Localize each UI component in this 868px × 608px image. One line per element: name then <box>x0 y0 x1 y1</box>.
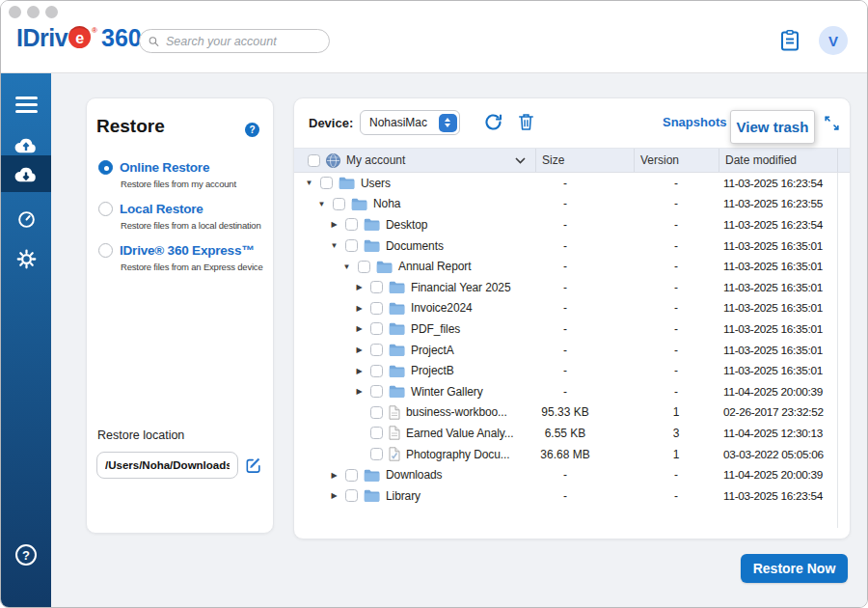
version-cell: - <box>634 197 719 210</box>
date-modified-cell: 11-03-2025 16:23:54 <box>719 489 837 503</box>
table-row[interactable]: ▶Downloads--11-04-2025 20:00:39 <box>294 464 850 485</box>
window-zoom-button[interactable] <box>45 6 58 18</box>
table-row[interactable]: ▼Users--11-03-2025 16:23:54 <box>294 173 850 194</box>
help-icon[interactable]: ? <box>15 544 37 566</box>
row-checkbox[interactable] <box>370 302 383 315</box>
date-modified-cell: 11-03-2025 16:23:55 <box>719 197 837 210</box>
table-row[interactable]: Earned Value Analy...6.55 KB311-04-2025 … <box>294 423 850 444</box>
folder-icon <box>389 322 405 335</box>
table-row[interactable]: ▶ProjectB--11-03-2025 16:35:01 <box>294 360 850 381</box>
panel-help-icon[interactable]: ? <box>245 123 259 137</box>
expand-arrow[interactable]: ▶ <box>354 324 365 333</box>
file-name: Photography Docu... <box>406 448 510 461</box>
table-row[interactable]: ▶Desktop--11-03-2025 16:23:54 <box>294 214 850 235</box>
table-body: ▼Users--11-03-2025 16:23:54▼Noha--11-03-… <box>294 173 850 507</box>
trash-icon[interactable] <box>517 112 535 132</box>
row-checkbox[interactable] <box>345 239 358 252</box>
row-checkbox[interactable] <box>345 469 358 482</box>
version-cell: - <box>634 344 719 357</box>
file-name: PDF_files <box>411 322 460 336</box>
table-row[interactable]: Photography Docu...36.68 MB103-03-2022 0… <box>294 444 850 465</box>
table-row[interactable]: ▶Financial Year 2025--11-03-2025 16:35:0… <box>294 277 850 298</box>
table-row[interactable]: ▼Noha--11-03-2025 16:23:55 <box>294 194 850 215</box>
option-online-restore[interactable]: Online Restore Restore files from my acc… <box>98 160 267 189</box>
expand-arrow[interactable]: ▼ <box>341 263 352 271</box>
row-checkbox[interactable] <box>370 365 383 377</box>
expand-arrow[interactable]: ▼ <box>304 179 314 187</box>
refresh-icon[interactable] <box>483 112 503 132</box>
date-modified-cell: 11-03-2025 16:35:01 <box>719 260 837 273</box>
expand-arrow[interactable]: ▼ <box>316 200 327 208</box>
avatar-initial: V <box>828 33 838 49</box>
chevron-down-icon[interactable] <box>515 157 526 164</box>
restore-now-button[interactable]: Restore Now <box>741 554 848 583</box>
search-input[interactable] <box>166 35 321 48</box>
table-row[interactable]: business-workboo...95.33 KB102-26-2017 2… <box>294 402 850 424</box>
option-express-restore[interactable]: IDrive® 360 Express™ Restore files from … <box>98 243 267 272</box>
sidebar-item-settings[interactable] <box>1 240 51 277</box>
row-checkbox[interactable] <box>345 218 358 231</box>
date-modified-cell: 11-04-2025 20:00:39 <box>719 468 837 482</box>
window-minimize-button[interactable] <box>27 6 40 18</box>
select-all-checkbox[interactable] <box>308 154 320 167</box>
row-checkbox[interactable] <box>358 261 370 273</box>
row-checkbox[interactable] <box>370 322 383 335</box>
row-checkbox[interactable] <box>333 198 345 210</box>
folder-icon <box>389 385 405 398</box>
folder-icon <box>389 344 405 356</box>
expand-arrow[interactable]: ▼ <box>329 241 339 250</box>
window-close-button[interactable] <box>9 6 21 18</box>
table-row[interactable]: ▶Library--11-03-2025 16:23:54 <box>294 485 850 507</box>
table-row[interactable]: ▶PDF_files--11-03-2025 16:35:01 <box>294 318 850 340</box>
expand-arrow[interactable]: ▶ <box>354 345 365 354</box>
size-cell: - <box>535 301 634 315</box>
table-row[interactable]: ▶Invoice2024--11-03-2025 16:35:01 <box>294 298 850 319</box>
account-globe-icon <box>326 153 340 168</box>
sidebar-item-activity[interactable] <box>1 201 51 237</box>
file-name: Earned Value Analy... <box>406 427 514 440</box>
topbar: IDriv e ® 360 V <box>1 1 867 73</box>
expand-arrow[interactable]: ▶ <box>354 283 365 291</box>
expand-arrow[interactable]: ▶ <box>329 491 339 500</box>
version-cell: - <box>634 468 719 482</box>
table-row[interactable]: ▶Winter Gallery--11-04-2025 20:00:39 <box>294 381 850 402</box>
device-select[interactable]: NohasiMac <box>360 110 460 135</box>
restore-location-input[interactable] <box>96 452 238 479</box>
avatar[interactable]: V <box>819 26 848 55</box>
radio-unselected[interactable] <box>98 243 113 258</box>
row-checkbox[interactable] <box>370 281 383 293</box>
view-trash-button[interactable]: View trash <box>730 110 815 144</box>
radio-unselected[interactable] <box>98 202 113 216</box>
row-checkbox[interactable] <box>345 489 358 502</box>
file-name: Winter Gallery <box>411 385 483 399</box>
row-checkbox[interactable] <box>320 177 333 189</box>
row-checkbox[interactable] <box>370 344 383 356</box>
row-checkbox[interactable] <box>370 406 383 419</box>
expand-icon[interactable] <box>823 114 841 132</box>
sidebar-item-restore[interactable] <box>1 155 51 192</box>
clipboard-icon[interactable] <box>778 29 801 52</box>
row-checkbox[interactable] <box>370 427 383 439</box>
sidebar-item-menu[interactable] <box>1 86 51 123</box>
row-checkbox[interactable] <box>370 448 383 460</box>
expand-arrow[interactable]: ▶ <box>329 220 339 229</box>
search-box[interactable] <box>139 29 330 53</box>
expand-arrow[interactable]: ▶ <box>354 387 365 396</box>
size-cell: - <box>535 197 634 210</box>
cloud-upload-icon <box>14 134 39 155</box>
expand-arrow[interactable]: ▶ <box>354 367 365 375</box>
expand-arrow[interactable]: ▶ <box>329 471 339 480</box>
snapshots-link[interactable]: Snapshots <box>663 115 726 129</box>
row-checkbox[interactable] <box>370 385 383 398</box>
table-row[interactable]: ▼Annual Report--11-03-2025 16:35:01 <box>294 256 850 277</box>
table-row[interactable]: ▶ProjectA--11-03-2025 16:35:01 <box>294 340 850 361</box>
date-modified-cell: 03-03-2022 05:05:06 <box>719 448 837 461</box>
table-row[interactable]: ▼Documents--11-03-2025 16:35:01 <box>294 235 850 257</box>
edit-icon[interactable] <box>244 456 263 475</box>
cloud-download-icon <box>14 163 39 184</box>
option-local-restore[interactable]: Local Restore Restore files from a local… <box>98 202 267 231</box>
radio-selected[interactable] <box>98 160 113 175</box>
expand-arrow[interactable]: ▶ <box>354 304 365 313</box>
file-name: Users <box>361 177 391 190</box>
folder-icon <box>339 177 355 189</box>
